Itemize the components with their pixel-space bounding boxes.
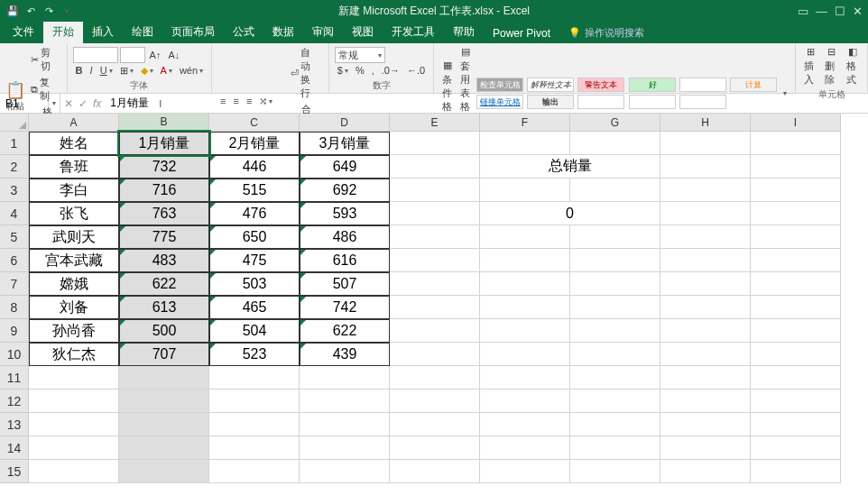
cell-B11[interactable] — [119, 366, 209, 390]
cell-C7[interactable]: 503 — [209, 272, 300, 296]
cell-A2[interactable]: 鲁班 — [29, 155, 119, 179]
cell-H4[interactable] — [660, 202, 751, 225]
cell-G13[interactable] — [570, 413, 660, 436]
fill-color-button[interactable]: ◆▾ — [138, 64, 156, 78]
bold-button[interactable]: B — [73, 64, 86, 77]
cell-I7[interactable] — [751, 272, 841, 296]
row-header-5[interactable]: 5 — [0, 225, 29, 249]
decrease-font-icon[interactable]: A↓ — [165, 49, 182, 61]
cell-C9[interactable]: 504 — [209, 319, 300, 343]
cell-A7[interactable]: 嫦娥 — [29, 272, 119, 296]
italic-button[interactable]: I — [88, 64, 96, 77]
cell-C6[interactable]: 475 — [209, 249, 300, 272]
cell-D15[interactable] — [300, 460, 390, 483]
tab-dev[interactable]: 开发工具 — [383, 21, 444, 43]
cell-C10[interactable]: 523 — [209, 343, 300, 366]
cell-E9[interactable] — [390, 319, 480, 343]
formula-input[interactable]: 1月销量 I — [105, 96, 868, 111]
cell-D12[interactable] — [300, 390, 390, 413]
cell-B10[interactable]: 707 — [119, 343, 209, 366]
maximize-icon[interactable]: ☐ — [835, 5, 845, 18]
row-header-7[interactable]: 7 — [0, 272, 29, 296]
row-header-4[interactable]: 4 — [0, 202, 29, 225]
cell-D4[interactable]: 593 — [300, 202, 390, 225]
row-header-1[interactable]: 1 — [0, 132, 29, 155]
cell-F11[interactable] — [480, 366, 570, 390]
tab-layout[interactable]: 页面布局 — [162, 21, 224, 43]
row-header-14[interactable]: 14 — [0, 436, 29, 460]
cell-F9[interactable] — [480, 319, 570, 343]
style-check-cell[interactable]: 检查单元格 — [476, 78, 523, 92]
cell-D1[interactable]: 3月销量 — [300, 132, 390, 155]
cell-C1[interactable]: 2月销量 — [209, 132, 300, 155]
cell-A3[interactable]: 李白 — [29, 179, 119, 202]
cell-D10[interactable]: 439 — [300, 343, 390, 366]
cell-F7[interactable] — [480, 272, 570, 296]
increase-decimal-icon[interactable]: .0→ — [379, 64, 402, 77]
col-header-A[interactable]: A — [29, 114, 119, 132]
cell-H1[interactable] — [660, 132, 751, 155]
cell-B8[interactable]: 613 — [119, 296, 209, 319]
increase-font-icon[interactable]: A↑ — [147, 49, 164, 61]
tab-power[interactable]: Power Pivot — [484, 23, 559, 43]
cell-A4[interactable]: 张飞 — [29, 202, 119, 225]
cell-G9[interactable] — [570, 319, 660, 343]
cell-A10[interactable]: 狄仁杰 — [29, 343, 119, 366]
cell-E4[interactable] — [390, 202, 480, 225]
copy-button[interactable]: ⧉复制 — [28, 75, 61, 104]
qat-dropdown-icon[interactable]: ▾ — [60, 4, 74, 18]
row-header-11[interactable]: 11 — [0, 366, 29, 390]
cell-C15[interactable] — [209, 460, 300, 483]
cell-H13[interactable] — [660, 413, 751, 436]
cell-G5[interactable] — [570, 225, 660, 249]
enter-icon[interactable]: ✓ — [78, 97, 88, 110]
cell-I5[interactable] — [751, 225, 841, 249]
cell-F3[interactable] — [480, 179, 570, 202]
cell-G3[interactable] — [570, 179, 660, 202]
cell-B6[interactable]: 483 — [119, 249, 209, 272]
cell-C8[interactable]: 465 — [209, 296, 300, 319]
cell-A14[interactable] — [29, 436, 119, 460]
cell-G15[interactable] — [570, 460, 660, 483]
cell-C4[interactable]: 476 — [209, 202, 300, 225]
underline-button[interactable]: U▾ — [97, 64, 115, 77]
undo-icon[interactable]: ↶ — [23, 4, 38, 18]
save-icon[interactable]: 💾 — [5, 4, 20, 18]
cell-B3[interactable]: 716 — [119, 179, 209, 202]
cell-B2[interactable]: 732 — [119, 155, 209, 179]
cell-B15[interactable] — [119, 460, 209, 483]
cell-I10[interactable] — [751, 343, 841, 366]
cell-F12[interactable] — [480, 390, 570, 413]
style-neutral[interactable] — [679, 78, 726, 92]
border-button[interactable]: ⊞▾ — [117, 64, 136, 78]
cell-E15[interactable] — [390, 460, 480, 483]
cell-E2[interactable] — [390, 155, 480, 179]
cell-A6[interactable]: 宫本武藏 — [29, 249, 119, 272]
cell-H3[interactable] — [660, 179, 751, 202]
cell-A12[interactable] — [29, 390, 119, 413]
cell-B4[interactable]: 763 — [119, 202, 209, 225]
cell-A1[interactable]: 姓名 — [29, 132, 119, 155]
format-cells-button[interactable]: ◧格式 — [844, 45, 862, 87]
cell-E1[interactable] — [390, 132, 480, 155]
cell-I4[interactable] — [751, 202, 841, 225]
cell-B12[interactable] — [119, 390, 209, 413]
cell-I9[interactable] — [751, 319, 841, 343]
cell-A15[interactable] — [29, 460, 119, 483]
cell-H12[interactable] — [660, 390, 751, 413]
cell-D11[interactable] — [300, 366, 390, 390]
tab-formulas[interactable]: 公式 — [224, 21, 263, 43]
tab-insert[interactable]: 插入 — [83, 21, 123, 43]
cell-F15[interactable] — [480, 460, 570, 483]
cell-B5[interactable]: 775 — [119, 225, 209, 249]
fx-icon[interactable]: fx — [93, 97, 101, 110]
cell-E8[interactable] — [390, 296, 480, 319]
tab-help[interactable]: 帮助 — [444, 21, 484, 43]
row-header-13[interactable]: 13 — [0, 413, 29, 436]
cell-F10[interactable] — [480, 343, 570, 366]
cell-G12[interactable] — [570, 390, 660, 413]
row-header-9[interactable]: 9 — [0, 319, 29, 343]
cell-D3[interactable]: 692 — [300, 179, 390, 202]
col-header-G[interactable]: G — [570, 114, 660, 132]
comma-icon[interactable]: , — [369, 64, 377, 77]
